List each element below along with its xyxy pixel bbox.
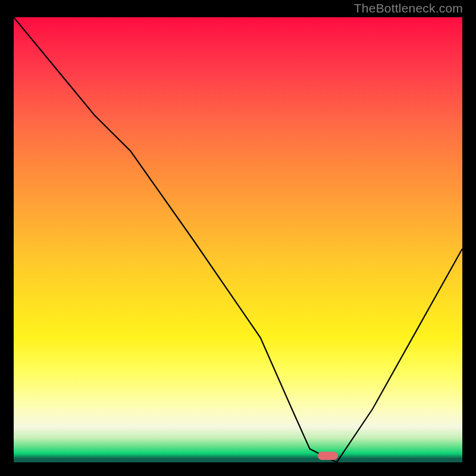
plot-frame (12, 15, 464, 464)
attribution-label: TheBottleneck.com (354, 1, 463, 15)
optimal-point-marker (318, 452, 338, 460)
bottleneck-curve-path (14, 17, 462, 462)
bottleneck-curve-svg (14, 17, 462, 462)
plot-area (14, 17, 462, 462)
